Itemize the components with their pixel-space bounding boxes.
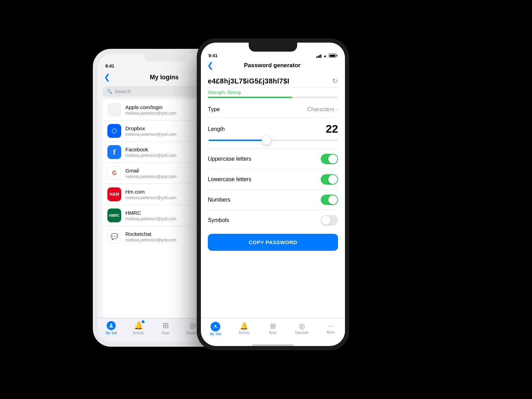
my-yoti-icon: [107, 321, 116, 330]
right-nav-bar: ❮ Password generator: [201, 59, 345, 73]
battery-icon: [329, 54, 337, 57]
signal-icon: [316, 54, 321, 58]
search-icon: 🔍: [107, 89, 112, 94]
tab-my-yoti-right[interactable]: My Yoti: [201, 321, 230, 336]
right-notch: [249, 43, 297, 52]
left-notch: [145, 54, 186, 61]
tab-my-yoti-label-right: My Yoti: [210, 332, 221, 336]
hm-logo: H&M: [109, 192, 119, 197]
right-page-title: Password generator: [213, 62, 331, 69]
gmail-icon: G: [107, 166, 121, 180]
right-time: 9:41: [209, 53, 218, 58]
dropbox-icon: ⬡: [107, 124, 121, 138]
tab-scan-right[interactable]: ⊞ Scan: [258, 321, 287, 336]
my-yoti-icon-right: [211, 322, 220, 331]
strength-bar-fill: [208, 97, 292, 98]
search-placeholder: Search: [115, 88, 131, 94]
copy-password-button[interactable]: COPY PASSWORD: [208, 234, 338, 251]
slider-thumb[interactable]: [262, 136, 271, 145]
slider-fill: [209, 140, 266, 141]
right-status-icons: ▲: [316, 54, 337, 58]
more-icon-right: ···: [328, 322, 334, 330]
back-button[interactable]: ❮: [207, 61, 213, 70]
type-value: Characters: [307, 106, 334, 113]
svg-point-1: [214, 325, 216, 327]
home-indicator: [252, 344, 294, 346]
slider-track: [209, 140, 337, 141]
right-phone: 9:41 ▲: [197, 38, 349, 350]
tab-my-yoti[interactable]: My Yoti: [98, 321, 125, 335]
length-setting-row: Length 22: [208, 118, 338, 149]
gmail-logo: G: [112, 170, 116, 176]
facebook-icon: f: [107, 145, 121, 159]
symbols-toggle[interactable]: [321, 215, 338, 225]
discover-icon: ◎: [189, 321, 196, 330]
tab-more-right[interactable]: ··· More: [316, 321, 345, 336]
uppercase-toggle-knob: [328, 154, 337, 163]
symbols-label: Symbols: [208, 217, 229, 223]
tab-discover-label-right: Discover: [295, 331, 309, 335]
hmrc-icon: HMRC: [107, 209, 121, 222]
right-status-bar: 9:41 ▲: [201, 52, 345, 59]
length-label: Length: [208, 126, 225, 132]
tab-activity[interactable]: 🔔 Activity: [125, 321, 152, 335]
password-generator-content: e4£8hj3L7$iG5£j38hl7$I ↻ Strength: Stron…: [201, 73, 345, 318]
uppercase-toggle[interactable]: [321, 154, 338, 164]
tab-activity-label: Activity: [133, 331, 144, 335]
length-value: 22: [326, 123, 338, 135]
lowercase-toggle-knob: [328, 175, 337, 184]
activity-badge-dot: [142, 320, 144, 323]
numbers-label: Numbers: [208, 197, 230, 203]
scan-icon-right: ⊞: [270, 322, 276, 330]
wifi-icon: ▲: [323, 54, 327, 58]
dropbox-logo: ⬡: [112, 127, 117, 135]
symbols-setting-row: Symbols: [208, 210, 338, 230]
type-setting-row[interactable]: Type Characters ›: [208, 101, 338, 118]
lowercase-label: Lowercase letters: [208, 176, 251, 183]
back-button[interactable]: ❮: [104, 73, 110, 82]
numbers-toggle[interactable]: [321, 195, 338, 205]
tab-scan-label-right: Scan: [269, 331, 277, 335]
lowercase-setting-row: Lowercase letters: [208, 169, 338, 190]
generated-password: e4£8hj3L7$iG5£j38hl7$I: [208, 77, 329, 85]
apple-icon: [107, 103, 121, 117]
lowercase-toggle[interactable]: [321, 174, 338, 185]
numbers-setting-row: Numbers: [208, 190, 338, 210]
rocketchat-logo: 💬: [110, 233, 118, 240]
hm-icon: H&M: [107, 187, 121, 201]
discover-icon-right: ◎: [299, 322, 305, 330]
strength-bar-background: [208, 97, 338, 98]
strength-section: Strength: Strong: [208, 88, 338, 101]
right-phone-screen: 9:41 ▲: [201, 43, 345, 346]
length-slider-container: [208, 138, 338, 144]
svg-point-0: [110, 324, 112, 326]
tab-more-label-right: More: [327, 330, 335, 334]
scan-icon: ⊞: [162, 321, 169, 330]
right-tab-bar: My Yoti 🔔 Activity ⊞ Scan ◎ Discover ···…: [201, 318, 345, 343]
numbers-toggle-knob: [328, 195, 337, 204]
symbols-toggle-knob: [321, 216, 330, 225]
refresh-button[interactable]: ↻: [332, 77, 338, 85]
chevron-right-icon: ›: [336, 107, 338, 112]
left-time: 9:41: [105, 63, 114, 69]
type-value-container: Characters ›: [307, 106, 338, 113]
tab-scan-label: Scan: [162, 331, 170, 335]
strength-label: Strength: Strong: [208, 90, 338, 95]
facebook-logo: f: [113, 148, 116, 156]
activity-badge-container: 🔔: [134, 321, 143, 330]
activity-icon-right: 🔔: [240, 322, 248, 330]
uppercase-setting-row: Uppercase letters: [208, 149, 338, 169]
tab-activity-label-right: Activity: [239, 331, 250, 335]
rocketchat-icon: 💬: [107, 230, 121, 243]
type-label: Type: [208, 106, 220, 113]
tab-activity-right[interactable]: 🔔 Activity: [230, 321, 258, 336]
tab-discover-right[interactable]: ◎ Discover: [287, 321, 316, 336]
tab-my-yoti-label: My Yoti: [106, 331, 117, 335]
tab-scan[interactable]: ⊞ Scan: [152, 321, 179, 335]
hmrc-logo: HMRC: [109, 214, 119, 218]
password-display-row: e4£8hj3L7$iG5£j38hl7$I ↻: [208, 73, 338, 88]
uppercase-label: Uppercase letters: [208, 156, 251, 162]
